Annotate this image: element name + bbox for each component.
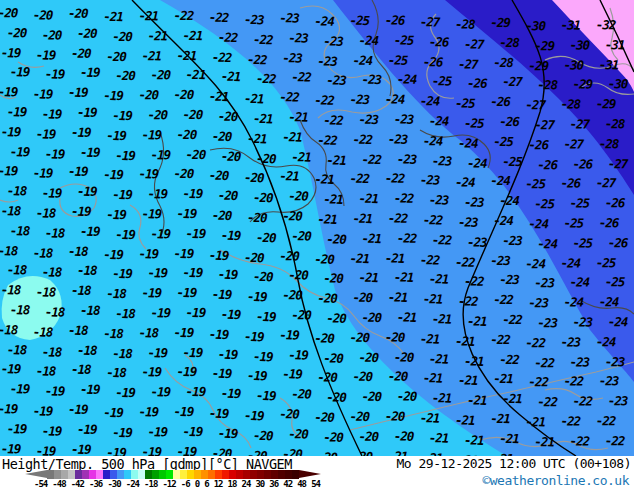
temp-value: -29 (534, 38, 570, 54)
color-scale-segment (138, 470, 145, 479)
temp-value: -19 (106, 128, 142, 144)
temp-value: -20 (253, 428, 289, 444)
temp-value: -21 (394, 270, 430, 286)
color-scale-segment (145, 470, 152, 479)
temp-value: -18 (0, 322, 33, 338)
temp-value: -19 (147, 424, 183, 440)
temp-value: -21 (358, 270, 394, 286)
color-scale-segment (208, 470, 215, 479)
temp-value: -20 (212, 445, 248, 456)
temp-value: -31 (605, 37, 634, 53)
temp-value: -20 (244, 170, 280, 186)
temp-value: -18 (36, 364, 72, 380)
temp-value: -19 (174, 404, 210, 420)
temp-value: -22 (560, 413, 596, 429)
temp-value: -27 (525, 97, 561, 113)
color-scale-tick: -42 (71, 479, 84, 489)
temp-value: -20 (288, 268, 324, 284)
temp-value: -29 (490, 15, 526, 31)
temp-value: -30 (608, 76, 634, 92)
color-scale-segment (292, 470, 299, 479)
temp-value: -19 (103, 88, 139, 104)
temp-value: -21 (467, 393, 503, 409)
color-scale-tick: -48 (52, 479, 65, 489)
temp-value: -22 (537, 394, 573, 410)
color-scale-segment (201, 470, 208, 479)
temp-value: -20 (394, 349, 430, 365)
temp-value: -19 (218, 346, 254, 362)
color-scale-tick: -6 (181, 479, 190, 489)
temp-value: -19 (212, 287, 248, 303)
temp-value: -19 (10, 381, 46, 397)
color-scale-segment (47, 470, 54, 479)
temp-value: -23 (537, 315, 573, 331)
temp-value: -19 (115, 385, 151, 401)
temp-value: -19 (186, 384, 222, 400)
temp-value: -23 (244, 12, 280, 28)
temp-value: -20 (326, 310, 362, 326)
temp-value: -18 (112, 345, 148, 361)
color-scale-tick: -12 (162, 479, 175, 489)
temp-value: -31 (560, 17, 596, 33)
temp-value: -22 (314, 93, 350, 109)
temp-value: -21 (279, 169, 315, 185)
color-scale-tick: 48 (297, 479, 306, 489)
temp-value: -26 (385, 12, 421, 28)
temp-value: -27 (608, 156, 634, 172)
temp-value: -18 (71, 362, 107, 378)
temp-value: -21 (177, 47, 213, 63)
temp-value: -23 (608, 393, 634, 409)
color-scale-tick: 54 (311, 479, 320, 489)
temp-value: -21 (388, 290, 424, 306)
temp-value: -20 (323, 350, 359, 366)
color-scale-tick: 0 (195, 479, 199, 489)
temp-value: -21 (397, 309, 433, 325)
temp-value: -19 (103, 167, 139, 183)
temp-value: -24 (599, 294, 634, 310)
temp-value: -19 (7, 104, 43, 120)
temp-value: -19 (209, 406, 245, 422)
temp-value: -20 (174, 166, 210, 182)
temp-value: -22 (388, 210, 424, 226)
color-scale-tick: -30 (107, 479, 120, 489)
temp-value: -22 (256, 71, 292, 87)
temp-value: -21 (455, 412, 491, 428)
temp-value: -28 (493, 54, 529, 70)
temp-value: -23 (323, 33, 359, 49)
temp-value: -18 (7, 342, 43, 358)
temp-value: -21 (147, 28, 183, 44)
temp-value: -19 (256, 388, 292, 404)
temp-value: -26 (537, 157, 573, 173)
temp-value: -25 (502, 153, 538, 169)
temp-value: -23 (288, 30, 324, 46)
temp-value: -19 (115, 227, 151, 243)
temp-value: -25 (432, 74, 468, 90)
copyright-link[interactable]: ©weatheronline.co.uk (482, 473, 629, 488)
temp-value: -27 (569, 116, 605, 132)
temp-value: -20 (288, 188, 324, 204)
temp-value: -19 (209, 247, 245, 263)
color-scale-tick: 18 (228, 479, 237, 489)
temp-value: -18 (33, 245, 69, 261)
temp-value: -24 (537, 236, 573, 252)
temp-value: -28 (599, 136, 634, 152)
temp-value: -20 (7, 25, 43, 41)
temp-value: -22 (349, 171, 385, 187)
temp-value: -21 (464, 432, 500, 448)
temp-value: -22 (569, 433, 605, 449)
temp-value: -24 (458, 135, 494, 151)
temp-value: -22 (247, 51, 283, 67)
color-scale-segment (68, 470, 75, 479)
temp-value: -18 (106, 286, 142, 302)
temp-value: -19 (174, 325, 210, 341)
color-scale-segment (187, 470, 194, 479)
temp-value: -23 (499, 272, 535, 288)
temp-value: -20 (326, 390, 362, 406)
temp-value: -25 (464, 115, 500, 131)
temp-value: -23 (528, 295, 564, 311)
temp-value: -20 (388, 369, 424, 385)
temp-value: -20 (385, 329, 421, 345)
color-scale-segment (194, 470, 201, 479)
temp-value: -21 (244, 91, 280, 107)
temp-value: -19 (0, 84, 33, 100)
